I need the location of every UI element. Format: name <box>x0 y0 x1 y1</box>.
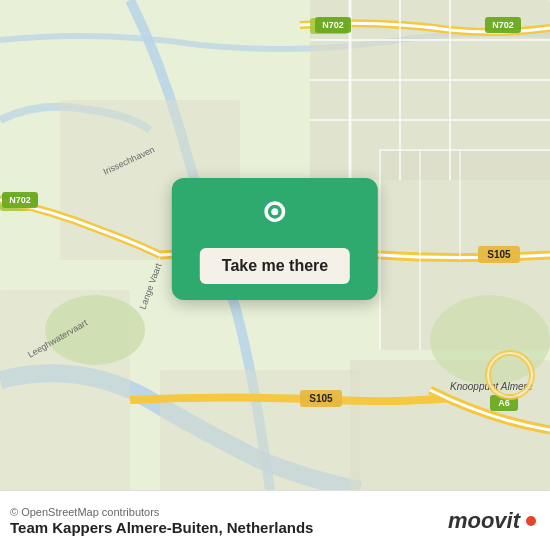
green-card[interactable]: Take me there <box>172 178 378 300</box>
bottom-info: © OpenStreetMap contributors Team Kapper… <box>10 506 313 536</box>
svg-text:S105: S105 <box>487 249 511 260</box>
copyright-text: © OpenStreetMap contributors <box>10 506 313 518</box>
moovit-dot <box>526 516 536 526</box>
svg-text:S105: S105 <box>309 393 333 404</box>
location-pin-icon <box>254 196 296 238</box>
svg-marker-44 <box>269 222 281 233</box>
map-container: S105 S105 S105 N702 N702 N702 A6 Irissec… <box>0 0 550 490</box>
svg-text:N702: N702 <box>492 20 514 30</box>
svg-rect-5 <box>160 370 360 490</box>
moovit-logo: moovit <box>448 508 536 534</box>
bottom-bar: © OpenStreetMap contributors Team Kapper… <box>0 490 550 550</box>
location-title: Team Kappers Almere-Buiten, Netherlands <box>10 519 313 536</box>
svg-point-43 <box>271 208 278 215</box>
moovit-text: moovit <box>448 508 520 534</box>
button-overlay: Take me there <box>172 178 378 300</box>
svg-point-7 <box>45 295 145 365</box>
take-me-there-button[interactable]: Take me there <box>200 248 350 284</box>
svg-text:N702: N702 <box>9 195 31 205</box>
svg-text:N702: N702 <box>322 20 344 30</box>
